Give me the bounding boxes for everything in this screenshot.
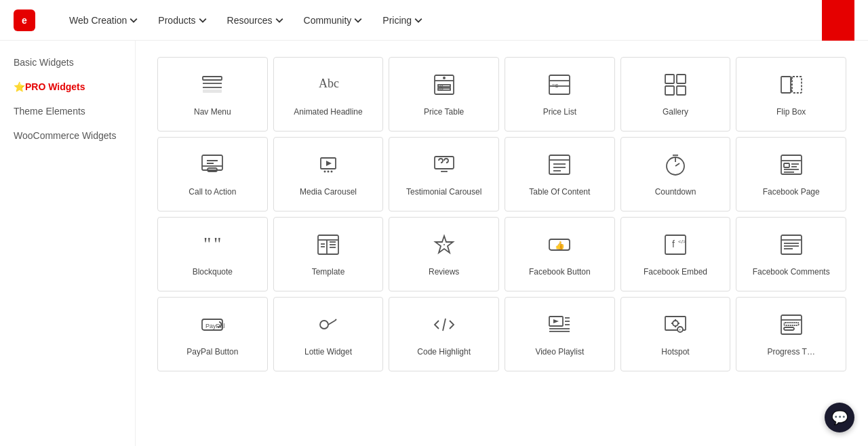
svg-line-76 <box>328 321 335 325</box>
svg-line-42 <box>675 163 679 166</box>
svg-text:f: f <box>672 239 675 249</box>
widget-card-flip-box[interactable]: Flip Box <box>736 57 846 131</box>
svg-line-77 <box>335 319 336 321</box>
widget-card-media-carousel[interactable]: Media Carousel <box>273 137 384 211</box>
widget-label: Video Playlist <box>535 347 584 357</box>
widget-card-testimonial-carousel[interactable]: Testimonial Carousel <box>389 137 499 211</box>
logo-mark: e <box>14 9 35 31</box>
reviews-icon <box>432 232 456 260</box>
svg-rect-20 <box>792 77 802 93</box>
widget-card-template[interactable]: Template <box>273 217 384 291</box>
animated_headline-icon: Abc <box>316 73 340 100</box>
svg-rect-17 <box>665 86 674 95</box>
widget-label: Media Carousel <box>300 187 357 197</box>
svg-marker-80 <box>553 319 559 323</box>
nav-link-pricing[interactable]: Pricing <box>374 11 431 30</box>
nav-link-resources[interactable]: Resources <box>219 11 292 30</box>
widget-card-reviews[interactable]: Reviews <box>389 217 499 291</box>
widget-label: Testimonial Carousel <box>406 187 481 197</box>
nav-right <box>792 0 854 41</box>
svg-point-87 <box>673 321 678 326</box>
navbar: e Web CreationProductsResourcesCommunity… <box>0 0 868 41</box>
widget-card-nav-menu[interactable]: Nav Menu <box>157 57 268 131</box>
sidebar-item-3[interactable]: WooCommerce Widgets <box>14 130 121 141</box>
widget-card-gallery[interactable]: Gallery <box>620 57 731 131</box>
countdown-icon <box>663 153 688 180</box>
svg-rect-68 <box>781 235 802 254</box>
svg-point-62 <box>443 244 445 245</box>
widget-label: PayPal Button <box>186 347 238 357</box>
svg-text:": " <box>214 233 221 254</box>
svg-rect-0 <box>203 77 222 80</box>
logo[interactable]: e <box>14 9 41 31</box>
facebook_page-icon <box>779 153 804 180</box>
svg-rect-94 <box>784 323 799 325</box>
widget-card-progress-t…[interactable]: Progress T… <box>736 297 846 371</box>
widget-label: Gallery <box>663 107 688 117</box>
svg-text:👍: 👍 <box>555 240 565 250</box>
login-button[interactable] <box>792 15 814 26</box>
widget-label: Nav Menu <box>194 107 231 117</box>
widget-card-video-playlist[interactable]: Video Playlist <box>505 297 615 371</box>
widget-card-facebook-comments[interactable]: Facebook Comments <box>736 217 846 291</box>
svg-point-7 <box>443 77 446 79</box>
svg-rect-18 <box>677 86 686 95</box>
widget-card-price-table[interactable]: $Price Table <box>389 57 499 131</box>
chat-bubble[interactable]: 💬 <box>825 403 854 432</box>
svg-marker-27 <box>326 161 332 166</box>
widget-card-lottie-widget[interactable]: Lottie Widget <box>273 297 384 371</box>
chevron-down-icon <box>275 16 283 24</box>
widget-card-facebook-embed[interactable]: f</>Facebook Embed <box>620 217 731 291</box>
widget-card-animated-headline[interactable]: AbcAnimated Headline <box>273 57 384 131</box>
widget-label: Blockquote <box>193 267 233 277</box>
video_playlist-icon <box>547 312 572 340</box>
widget-card-table-of-content[interactable]: Table Of Content <box>505 137 615 211</box>
svg-rect-3 <box>203 89 222 93</box>
sidebar-item-2[interactable]: Theme Elements <box>14 106 121 117</box>
widget-label: Facebook Comments <box>753 267 830 277</box>
widget-card-countdown[interactable]: Countdown <box>620 137 731 211</box>
progress_tracker-icon <box>779 312 804 340</box>
media_carousel-icon <box>316 153 340 180</box>
widget-label: Code Highlight <box>417 347 471 357</box>
price_list-icon: ≡$ <box>547 73 572 100</box>
widget-label: Call to Action <box>189 187 236 197</box>
widget-row-3: PayPalPayPal ButtonLottie WidgetCode Hig… <box>157 297 846 371</box>
widget-label: Template <box>312 267 345 277</box>
widget-card-facebook-button[interactable]: 👍Facebook Button <box>505 217 615 291</box>
svg-point-29 <box>327 170 329 172</box>
svg-rect-15 <box>665 75 674 83</box>
widget-card-code-highlight[interactable]: Code Highlight <box>389 297 499 371</box>
nav_menu-icon <box>200 73 224 100</box>
sidebar-item-0[interactable]: Basic Widgets <box>14 57 121 68</box>
widget-card-price-list[interactable]: ≡$Price List <box>505 57 615 131</box>
widget-card-hotspot[interactable]: +Hotspot <box>620 297 731 371</box>
widget-label: Flip Box <box>776 107 806 117</box>
code_highlight-icon <box>432 312 456 340</box>
widget-label: Progress T… <box>767 347 814 357</box>
widget-card-paypal-button[interactable]: PayPalPayPal Button <box>157 297 268 371</box>
widget-label: Animated Headline <box>294 107 362 117</box>
lottie_widget-icon <box>316 312 340 340</box>
table_of_content-icon <box>547 153 572 180</box>
widget-card-facebook-page[interactable]: Facebook Page <box>736 137 846 211</box>
nav-link-web-creation[interactable]: Web Creation <box>61 11 146 30</box>
nav-link-products[interactable]: Products <box>150 11 214 30</box>
widget-label: Facebook Page <box>763 187 820 197</box>
hotspot-icon: + <box>663 312 688 340</box>
chevron-down-icon <box>130 16 138 24</box>
svg-rect-95 <box>784 327 794 330</box>
widget-row-2: ""BlockquoteTemplateReviews👍Facebook But… <box>157 217 846 291</box>
widget-card-blockquote[interactable]: ""Blockquote <box>157 217 268 291</box>
widget-label: Price List <box>543 107 576 117</box>
sidebar-item-1[interactable]: ⭐PRO Widgets <box>14 81 121 92</box>
blockquote-icon: "" <box>200 232 224 260</box>
svg-line-78 <box>443 319 446 331</box>
svg-rect-16 <box>677 75 686 83</box>
svg-text:": " <box>203 233 211 254</box>
get-started-button[interactable] <box>822 0 854 41</box>
widget-card-call-to-action[interactable]: Call to Action <box>157 137 268 211</box>
svg-point-75 <box>320 321 328 329</box>
nav-link-community[interactable]: Community <box>296 11 371 30</box>
facebook_comments-icon <box>779 232 804 260</box>
